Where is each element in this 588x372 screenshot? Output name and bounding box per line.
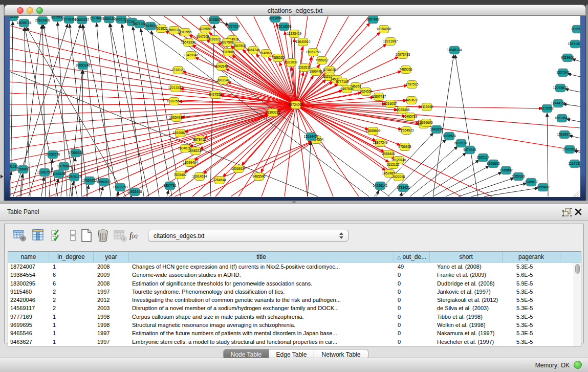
import-table-icon[interactable] <box>113 228 127 243</box>
graph-node[interactable]: 1831304 <box>10 16 19 21</box>
table-cell[interactable]: 0 <box>394 321 430 329</box>
column-header-in_degree[interactable]: in_degree <box>49 252 94 262</box>
network-canvas[interactable]: 1872400776638229560124891295516543396224… <box>10 16 580 197</box>
graph-node[interactable]: 9375887 <box>57 163 71 170</box>
table-cell[interactable]: Hescheler et al. (1997) <box>430 338 503 346</box>
graph-node[interactable]: 1167533 <box>569 160 580 168</box>
graph-node[interactable]: 15692971 <box>557 131 572 139</box>
table-cell[interactable]: Estimation of significance thresholds fo… <box>129 279 394 288</box>
citation-edge[interactable] <box>81 70 83 196</box>
graph-node[interactable]: 2935114 <box>477 154 490 162</box>
graph-node[interactable]: 20206576 <box>46 151 60 159</box>
table-cell[interactable]: Dudbridge et al. (2008) <box>430 279 503 288</box>
table-cell[interactable]: Genome-wide association studies in ADHD. <box>129 271 394 279</box>
graph-node[interactable]: 9474444 <box>463 146 476 154</box>
table-cell[interactable]: 19384554 <box>8 271 49 279</box>
graph-node[interactable]: 17016504 <box>562 146 577 154</box>
table-cell[interactable]: Wolkin et al. (1998) <box>430 321 503 329</box>
graph-node[interactable]: 12505115 <box>67 173 82 181</box>
table-cell[interactable]: Franke et al. (2009) <box>430 271 503 279</box>
table-cell[interactable]: 5.3E-5 <box>503 313 560 321</box>
table-cell[interactable]: 0 <box>394 296 430 304</box>
graph-node[interactable]: 2522254 <box>392 173 405 181</box>
graph-node[interactable]: 7485063 <box>399 66 412 74</box>
graph-node[interactable]: 19654985 <box>169 114 184 122</box>
graph-node[interactable]: 7357224 <box>227 23 240 31</box>
table-cell[interactable]: 18724007 <box>8 262 49 271</box>
graph-node[interactable]: 16033809 <box>207 16 222 24</box>
graph-node[interactable]: 9375685 <box>222 49 235 56</box>
table-cell[interactable]: 2003 <box>94 304 129 312</box>
graph-node[interactable]: 1733426 <box>397 184 410 192</box>
graph-node[interactable]: 15751074 <box>568 40 580 48</box>
table-cell[interactable]: Nakamura et al. (1997) <box>430 329 503 337</box>
column-header-pagerank[interactable]: pagerank <box>503 252 560 262</box>
graph-node[interactable]: 1156809 <box>17 166 30 173</box>
graph-node[interactable]: 8912955 <box>179 29 192 36</box>
graph-node[interactable]: 9327508 <box>221 39 234 47</box>
table-cell[interactable]: 5.9E-5 <box>503 279 560 288</box>
citation-edge-red[interactable] <box>203 142 312 196</box>
table-cell[interactable]: 22420046 <box>8 296 49 304</box>
table-cell[interactable]: 1 <box>49 321 94 329</box>
table-cell[interactable]: 9115460 <box>8 288 49 296</box>
graph-node[interactable]: 8454749 <box>247 47 260 54</box>
citation-edge[interactable] <box>110 24 149 196</box>
table-row[interactable]: 977716911998Corpus callosum shape and si… <box>8 313 574 321</box>
table-cell[interactable]: 49 <box>394 262 430 271</box>
table-row[interactable]: 1872400712008Changes of HCN gene express… <box>8 262 574 271</box>
graph-node[interactable]: 11325419 <box>287 30 302 38</box>
table-cell[interactable]: Tourette syndrome. Phenomenology and cla… <box>129 288 394 296</box>
citation-edge[interactable] <box>446 172 502 196</box>
table-cell[interactable]: 18300295 <box>8 279 49 288</box>
table-cell[interactable]: Corpus callosum shape and size in male p… <box>129 313 394 321</box>
graph-node[interactable]: 9146821 <box>259 50 273 57</box>
graph-node[interactable]: 7588520 <box>271 54 285 62</box>
graph-node[interactable]: 10807487 <box>372 93 386 101</box>
graph-node[interactable]: 8938924 <box>443 133 456 140</box>
graph-node[interactable]: 2718120 <box>171 67 185 74</box>
table-row[interactable]: 2242004622012Investigating the contribut… <box>8 296 574 304</box>
canvas-resize-grip[interactable] <box>575 192 579 196</box>
function-builder-icon[interactable]: f(x) <box>129 231 138 240</box>
table-cell[interactable]: 1997 <box>94 329 129 337</box>
graph-node[interactable]: 16154808 <box>377 26 391 33</box>
graph-node[interactable]: 8186323 <box>208 36 221 43</box>
table-cell[interactable]: 5.6E-5 <box>503 271 560 279</box>
show-column-icon[interactable] <box>31 228 46 243</box>
graph-node[interactable]: 1145190 <box>53 170 66 178</box>
table-cell[interactable]: 1997 <box>94 338 129 346</box>
graph-node[interactable]: 18107557 <box>167 98 182 105</box>
column-header-name[interactable]: name <box>8 252 49 262</box>
citation-edge[interactable] <box>122 24 144 196</box>
table-cell[interactable]: 5.3E-5 <box>503 338 560 346</box>
new-table-icon[interactable] <box>79 228 94 243</box>
graph-node[interactable]: 8878452 <box>193 136 206 144</box>
graph-node[interactable]: 2667608 <box>233 42 246 50</box>
graph-node[interactable]: 20691406 <box>35 17 50 25</box>
table-cell[interactable]: Tibbo et al. (1998) <box>430 313 503 321</box>
graph-node[interactable]: 1745892 <box>499 167 513 174</box>
table-cell[interactable]: 1998 <box>94 313 129 321</box>
graph-node[interactable]: 15218506 <box>277 23 292 31</box>
table-cell[interactable]: Embryonic stem cells: a model to study s… <box>129 338 394 346</box>
graph-node[interactable]: 8813054 <box>269 16 282 23</box>
graph-node[interactable]: 6497508 <box>340 85 354 93</box>
graph-node[interactable]: 9242848 <box>215 63 228 71</box>
citation-edge[interactable] <box>484 188 538 196</box>
graph-node[interactable]: 14055724 <box>17 19 32 27</box>
graph-node[interactable]: 6879197 <box>454 140 468 147</box>
table-cell[interactable]: Jankovic et al. (1997) <box>430 288 503 296</box>
citation-edge-red[interactable] <box>238 105 296 196</box>
table-row[interactable]: 1938455462009Genome-wide association stu… <box>8 271 574 279</box>
citation-edge-red[interactable] <box>262 105 296 196</box>
table-cell[interactable]: 5.3E-5 <box>503 304 560 312</box>
graph-node[interactable]: 2803144 <box>216 77 230 84</box>
table-vertical-scrollbar[interactable] <box>574 262 581 346</box>
table-cell[interactable]: 2 <box>49 304 94 312</box>
graph-node[interactable]: 16914694 <box>192 173 207 181</box>
row-height-icon[interactable] <box>66 228 80 243</box>
table-cell[interactable]: Changes of HCN gene expression and I(f) … <box>129 262 394 271</box>
divider-handle[interactable] <box>292 201 296 203</box>
graph-node[interactable]: 14136141 <box>373 182 388 190</box>
